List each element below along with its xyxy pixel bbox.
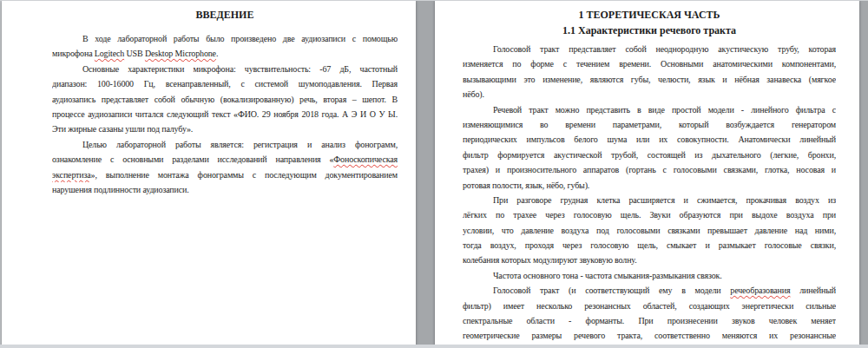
- text-line: колебания которых модулируют звуковую во…: [463, 253, 836, 267]
- page-body: Голосовой тракт представляет собой неодн…: [463, 42, 836, 348]
- document-page-2[interactable]: 1 ТЕОРЕТИЧЕСКАЯ ЧАСТЬ 1.1 Характеристики…: [435, 1, 859, 348]
- text-line: аудиозапись представляет собой обычную (…: [52, 92, 398, 107]
- text-line: При разговоре грудная клетка расширяется…: [463, 193, 836, 207]
- text-line: тогда воздух, проходя через голосовую ще…: [463, 238, 836, 253]
- text-line: фильтр формируется акустической трубой, …: [463, 148, 836, 162]
- text-line: Голосовой тракт представляет собой неодн…: [463, 42, 836, 56]
- text-line: спектральные области - форманты. При про…: [463, 313, 836, 328]
- subsection-heading: 1.1 Характеристики речевого тракта: [463, 23, 836, 38]
- text-line: Речевой тракт можно представить в виде п…: [463, 102, 836, 117]
- word-processor-workspace: { "app": { "view": "print-layout-two-pag…: [0, 0, 868, 348]
- page-body: В ходе лабораторной работы было произвед…: [52, 31, 398, 197]
- spellcheck-flagged-word: Desktop Microphone: [145, 49, 216, 58]
- text-line: нарушения подлинности аудиозаписи.: [52, 182, 398, 197]
- document-page-1[interactable]: ВВЕДЕНИЕ В ходе лабораторной работы было…: [2, 1, 416, 348]
- text-line: геометрические размеры речевого тракта, …: [463, 328, 836, 343]
- text-line: трахея) и произносительного аппаратов (г…: [463, 162, 836, 177]
- spellcheck-flagged-word: экспертиза: [52, 170, 91, 180]
- text-line: ознакомление с основными разделами иссле…: [52, 152, 398, 167]
- text-line: фильтр) имеет несколько резонансных обла…: [463, 299, 836, 313]
- text-line: В ходе лабораторной работы было произвед…: [52, 31, 398, 46]
- text-line: микрофона Logitech USB Desktop Microphon…: [52, 46, 398, 61]
- text-line: Частота основного тона - частота смыкани…: [463, 268, 836, 283]
- text-line: вызывающими это изменение, являются губы…: [463, 72, 836, 87]
- text-line: изменяется по форме с течением времени. …: [463, 56, 836, 71]
- spellcheck-flagged-word: речеобразования: [730, 286, 790, 295]
- spellcheck-flagged-word: Фоноскопическая: [333, 154, 398, 164]
- text-line: ротовая полости, язык, нёбо, губы).: [463, 178, 836, 193]
- text-line: условии, что давление воздуха под голосо…: [463, 223, 836, 238]
- section-heading-introduction: ВВЕДЕНИЕ: [52, 7, 398, 23]
- text-line: Эти жирные сазаны ушли под палубу».: [52, 121, 398, 136]
- text-line: нёбо).: [463, 87, 836, 102]
- chapter-heading: 1 ТЕОРЕТИЧЕСКАЯ ЧАСТЬ: [463, 7, 836, 23]
- text-line: Голосовой тракт (и соответствующий ему в…: [463, 283, 836, 298]
- text-line: изменяющимися во времени параметрами, ко…: [463, 117, 836, 132]
- spellcheck-flagged-word: Logitech: [95, 49, 124, 58]
- text-line: периодических импульсов белого шума или …: [463, 132, 836, 147]
- text-line: лёгких по трахее через голосовую щель. З…: [463, 207, 836, 222]
- window-bottom-edge: [0, 345, 868, 348]
- text-line: процессе аудиозаписи читался следующий т…: [52, 107, 398, 121]
- window-top-edge: [0, 0, 868, 1]
- text-line: экспертиза», выполнение монтажа фонограм…: [52, 167, 398, 182]
- text-line: Целью лабораторной работы является: реги…: [52, 137, 398, 152]
- text-line: диапазон: 100-16000 Гц, всенаправленный,…: [52, 76, 398, 91]
- text-line: Основные характеристики микрофона: чувст…: [52, 62, 398, 76]
